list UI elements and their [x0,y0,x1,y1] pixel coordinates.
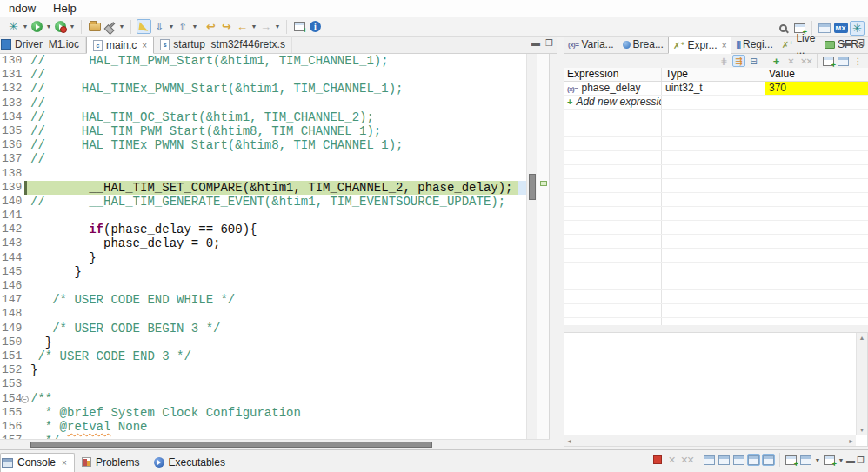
console-dropdown-icon[interactable]: ▼ [814,457,821,463]
expression-value-cell[interactable]: 370 [765,82,868,95]
maximize-console-icon[interactable]: ❒ [857,455,865,465]
cpp-perspective-icon[interactable] [817,21,831,36]
tab-problems[interactable]: Problems [75,453,147,472]
search-icon[interactable] [776,21,791,36]
scroll-lock-icon[interactable] [718,454,731,466]
run-icon[interactable] [30,19,44,34]
last-edit-location-icon[interactable]: ↩ [204,19,218,34]
line-number[interactable]: 145 [0,265,24,279]
line-number[interactable]: 150 [0,336,24,349]
line-number[interactable]: 149 [0,322,24,336]
next-annotation-dropdown-icon[interactable]: ▼ [168,23,175,30]
current-line-marker[interactable] [540,181,547,186]
line-number[interactable]: 131 [0,68,24,82]
remove-all-launches-icon[interactable]: ✕✕ [680,454,693,466]
previous-annotation-icon[interactable]: ⇧ [176,19,190,34]
tab-breakpoints[interactable]: Brea... [618,36,668,53]
editor-vertical-scrollbar[interactable] [526,54,537,439]
line-number[interactable]: 153 [0,377,24,391]
minimize-view-icon[interactable]: ▬ [843,38,851,48]
open-console-icon[interactable] [785,454,798,466]
line-number[interactable]: 139 [0,181,24,195]
display-selected-console-icon[interactable] [799,454,812,466]
build-icon[interactable] [103,19,117,34]
editor-horizontal-scrollbar[interactable] [0,439,550,449]
line-number[interactable]: 151 [0,349,24,363]
line-number[interactable]: 142 [0,223,24,236]
horizontal-scrollbar-thumb[interactable] [30,442,432,448]
new-console-view-icon[interactable] [823,454,836,466]
tab-expressions[interactable]: ✗⁺ Expr... × [668,37,732,54]
menu-window[interactable]: ndow [0,0,44,17]
line-number[interactable]: 134 [0,110,24,124]
line-number[interactable]: 140 [0,195,24,209]
word-wrap-icon[interactable] [732,454,745,466]
next-edit-location-icon[interactable]: ↪ [219,19,234,34]
pin-console-icon[interactable] [747,454,760,466]
tab-driver-ioc[interactable]: Driver_M1.ioc [0,36,86,53]
terminate-icon[interactable] [651,454,664,466]
forward-dropdown-icon[interactable]: ▼ [274,23,281,30]
remove-launch-icon[interactable]: ✕ [665,454,678,466]
info-icon[interactable]: i [308,19,323,34]
expression-detail-pane[interactable]: ▲▼ ◄► [564,332,868,447]
line-number[interactable]: 130 [0,54,24,68]
line-number[interactable]: 155 [0,406,24,420]
line-number[interactable]: 144 [0,251,24,265]
detail-horizontal-scrollbar[interactable]: ◄► [564,435,856,446]
tab-console[interactable]: Console × [0,453,75,472]
remove-expression-icon[interactable]: ✕ [785,55,798,67]
column-header[interactable]: Expression [564,68,662,81]
external-dropdown-icon[interactable]: ▼ [69,23,76,30]
view-menu-icon[interactable]: ⋮ [851,55,865,67]
close-tab-icon[interactable]: × [62,458,67,468]
back-dropdown-icon[interactable]: ▼ [250,23,257,30]
next-annotation-icon[interactable]: ⇩ [152,19,167,34]
expression-row[interactable]: (x)=phase_delayuint32_t370 [564,82,868,96]
show-logical-structure-icon[interactable]: ⇶ [732,55,745,67]
new-window-icon[interactable] [292,19,307,34]
restore-window-icon[interactable] [822,55,835,67]
line-number[interactable]: 148 [0,307,24,321]
debug-perspective-icon[interactable]: ✳ [850,21,865,36]
maximize-view-icon[interactable]: ❒ [857,38,865,48]
debug-config-icon[interactable]: ✳ [6,19,21,34]
code-editor[interactable]: 130// HAL_TIM_PWM_Start(&htim1, TIM_CHAN… [0,54,550,439]
line-number[interactable]: 152 [0,363,24,377]
detail-vertical-scrollbar[interactable]: ▲▼ [856,333,867,435]
run-dropdown-icon[interactable]: ▼ [45,23,52,30]
tab-variables[interactable]: (x)= Varia... [564,36,618,53]
build-dropdown-icon[interactable]: ▼ [118,23,125,30]
tab-live-expressions[interactable]: ✗⁺ Live ... [778,36,820,53]
remove-all-expressions-icon[interactable]: ✕✕ [799,55,812,67]
open-new-view-icon[interactable] [837,55,850,67]
detail-pane-sash[interactable] [564,325,868,332]
show-type-names-icon[interactable]: ⋕ [718,55,731,67]
highlighted-brush-icon[interactable] [137,19,151,34]
run-external-icon[interactable] [53,19,68,34]
collapse-all-icon[interactable]: ⊟ [747,55,760,67]
maximize-editor-icon[interactable]: ❒ [545,38,553,48]
overview-ruler[interactable] [537,54,550,439]
tab-executables[interactable]: Executables [147,453,232,472]
vertical-scrollbar-thumb[interactable] [529,174,536,200]
code-text[interactable]: 130// HAL_TIM_PWM_Start(&htim1, TIM_CHAN… [0,54,526,439]
line-number[interactable]: 133 [0,96,24,110]
line-number[interactable]: 132 [0,82,24,96]
debug-dropdown-icon[interactable]: ▼ [22,23,29,30]
back-icon[interactable]: ← [235,19,250,34]
add-expression-icon[interactable]: + [770,55,783,67]
line-number[interactable]: 147 [0,293,24,307]
show-console-on-change-icon[interactable] [762,454,775,466]
tab-startup-s[interactable]: s startup_stm32f446retx.s [154,36,292,53]
add-expression-row[interactable]: +Add new expression [564,96,868,110]
minimize-console-icon[interactable]: ▬ [846,455,855,465]
close-tab-icon[interactable]: × [142,41,147,50]
cubemx-perspective-icon[interactable]: MX [833,21,848,36]
column-header[interactable]: Type [662,68,765,81]
show-console-output-icon[interactable] [703,454,716,466]
column-header[interactable]: Value [765,68,868,81]
line-number[interactable]: 135 [0,124,24,138]
tab-registers[interactable]: ||| Regi... [731,36,777,53]
line-number[interactable]: 156 [0,420,24,434]
